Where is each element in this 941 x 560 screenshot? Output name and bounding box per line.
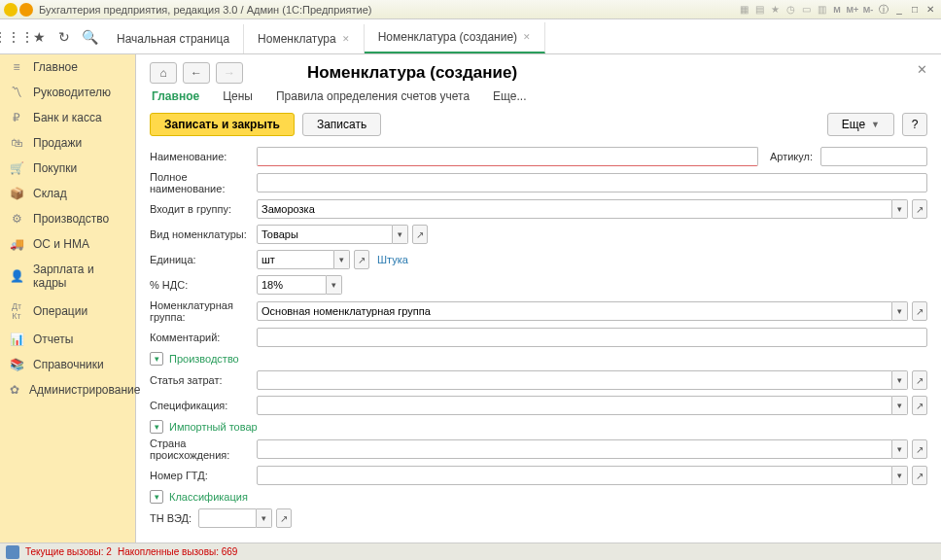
wc-info-icon[interactable]: ⓘ bbox=[877, 3, 890, 17]
wc-fav-icon[interactable]: ★ bbox=[768, 3, 782, 17]
sidebar-item-refs[interactable]: 📚Справочники bbox=[0, 352, 135, 377]
tab-close-icon[interactable]: ✕ bbox=[342, 34, 350, 44]
tab-nomenclature[interactable]: Номенклатура✕ bbox=[244, 24, 365, 53]
search-icon[interactable]: 🔍 bbox=[82, 29, 97, 45]
close-button[interactable]: ✕ bbox=[924, 3, 937, 17]
sidebar-item-admin[interactable]: ✿Администрирование bbox=[0, 377, 135, 402]
costitem-input[interactable] bbox=[257, 370, 892, 390]
article-input[interactable] bbox=[820, 147, 927, 166]
nomgroup-input[interactable] bbox=[257, 301, 892, 321]
open-ref-icon[interactable]: ↗ bbox=[412, 225, 428, 244]
wc-calc-icon[interactable]: ▭ bbox=[799, 3, 813, 17]
open-ref-icon[interactable]: ↗ bbox=[912, 301, 927, 321]
dropdown-icon[interactable]: ▾ bbox=[327, 275, 342, 295]
fullname-input[interactable] bbox=[257, 173, 927, 192]
sidebar-item-operations[interactable]: ДтКтОперации bbox=[0, 296, 135, 327]
wc-cal-icon[interactable]: ▥ bbox=[815, 3, 828, 17]
collapse-toggle[interactable]: ▾ bbox=[150, 490, 163, 504]
dropdown-icon[interactable]: ▾ bbox=[892, 370, 908, 390]
sidebar-item-main[interactable]: ≡Главное bbox=[0, 54, 135, 80]
box-icon: 📦 bbox=[10, 187, 23, 200]
sidebar-item-label: Производство bbox=[33, 212, 109, 226]
sidebar-item-manager[interactable]: 〽Руководителю bbox=[0, 80, 135, 105]
form-close-icon[interactable]: ✕ bbox=[917, 62, 927, 77]
chart-icon: 〽 bbox=[10, 86, 23, 99]
sidebar-item-assets[interactable]: 🚚ОС и НМА bbox=[0, 231, 135, 257]
open-ref-icon[interactable]: ↗ bbox=[912, 466, 927, 485]
tab-nomenclature-create[interactable]: Номенклатура (создание)✕ bbox=[365, 22, 545, 53]
status-calls: Текущие вызовы: 2 bbox=[25, 546, 112, 557]
sidebar-item-sales[interactable]: 🛍Продажи bbox=[0, 130, 135, 156]
unit-input[interactable] bbox=[257, 250, 334, 269]
dropdown-icon[interactable]: ▾ bbox=[257, 508, 272, 528]
maximize-button[interactable]: □ bbox=[908, 3, 922, 17]
open-ref-icon[interactable]: ↗ bbox=[912, 370, 927, 390]
section-import[interactable]: Импортный товар bbox=[169, 421, 258, 433]
status-acc: Накопленные вызовы: 669 bbox=[118, 546, 238, 557]
dropdown-icon[interactable]: ▾ bbox=[393, 225, 408, 244]
sidebar-item-salary[interactable]: 👤Зарплата и кадры bbox=[0, 257, 135, 296]
collapse-toggle[interactable]: ▾ bbox=[150, 352, 163, 366]
origin-input[interactable] bbox=[257, 439, 892, 459]
label-kind: Вид номенклатуры: bbox=[150, 228, 257, 240]
collapse-toggle[interactable]: ▾ bbox=[150, 420, 163, 434]
spec-input[interactable] bbox=[257, 396, 892, 415]
sidebar-item-stock[interactable]: 📦Склад bbox=[0, 181, 135, 206]
subtab-prices[interactable]: Цены bbox=[223, 89, 253, 103]
label-fullname: Полное наименование: bbox=[150, 171, 257, 194]
dropdown-icon[interactable]: ▾ bbox=[892, 466, 908, 485]
open-ref-icon[interactable]: ↗ bbox=[912, 396, 927, 415]
list-icon: ≡ bbox=[10, 60, 23, 74]
sidebar-item-production[interactable]: ⚙Производство bbox=[0, 206, 135, 231]
window-controls: ▦ ▤ ★ ◷ ▭ ▥ M M+ M- ⓘ _ □ ✕ bbox=[737, 3, 937, 17]
dropdown-icon[interactable]: ▾ bbox=[334, 250, 350, 269]
action-bar: Записать и закрыть Записать Еще▼ ? bbox=[150, 113, 927, 136]
dropdown-icon[interactable]: ▾ bbox=[892, 199, 908, 219]
star-icon[interactable]: ★ bbox=[31, 29, 47, 45]
wc-grid-icon[interactable]: ▤ bbox=[752, 3, 766, 17]
tnved-input[interactable] bbox=[198, 508, 257, 528]
quick-tools: ⋮⋮⋮ ★ ↻ 🔍 bbox=[0, 19, 103, 53]
sidebar-item-reports[interactable]: 📊Отчеты bbox=[0, 327, 135, 352]
name-input[interactable] bbox=[257, 147, 758, 166]
section-class[interactable]: Классификация bbox=[169, 491, 248, 503]
back-button[interactable]: ← bbox=[183, 62, 210, 84]
open-ref-icon[interactable]: ↗ bbox=[276, 508, 292, 528]
wc-mplus-icon[interactable]: M+ bbox=[846, 3, 859, 17]
truck-icon: 🚚 bbox=[10, 237, 23, 251]
sidebar-item-bank[interactable]: ₽Банк и касса bbox=[0, 105, 135, 130]
sidebar-item-purchases[interactable]: 🛒Покупки bbox=[0, 156, 135, 181]
apps-icon[interactable]: ⋮⋮⋮ bbox=[6, 29, 21, 45]
open-ref-icon[interactable]: ↗ bbox=[354, 250, 369, 269]
unit-link[interactable]: Штука bbox=[377, 254, 408, 265]
help-button[interactable]: ? bbox=[902, 113, 927, 136]
save-button[interactable]: Записать bbox=[302, 113, 381, 136]
tab-close-icon[interactable]: ✕ bbox=[523, 32, 531, 42]
subtab-rules[interactable]: Правила определения счетов учета bbox=[276, 89, 470, 103]
wc-mminus-icon[interactable]: M- bbox=[861, 3, 875, 17]
comment-input[interactable] bbox=[257, 328, 927, 347]
open-ref-icon[interactable]: ↗ bbox=[912, 199, 927, 219]
save-close-button[interactable]: Записать и закрыть bbox=[150, 113, 295, 136]
group-input[interactable] bbox=[257, 199, 892, 219]
main: ≡Главное 〽Руководителю ₽Банк и касса 🛍Пр… bbox=[0, 54, 941, 542]
tab-start[interactable]: Начальная страница bbox=[103, 24, 244, 53]
history-icon[interactable]: ↻ bbox=[56, 29, 72, 45]
open-ref-icon[interactable]: ↗ bbox=[912, 439, 927, 459]
dropdown-icon[interactable]: ▾ bbox=[892, 439, 908, 459]
more-button[interactable]: Еще▼ bbox=[827, 113, 894, 136]
section-production[interactable]: Производство bbox=[169, 353, 239, 365]
vat-input[interactable] bbox=[257, 275, 327, 295]
dropdown-icon[interactable]: ▾ bbox=[892, 396, 908, 415]
subtab-main[interactable]: Главное bbox=[152, 89, 199, 103]
home-button[interactable]: ⌂ bbox=[150, 62, 177, 84]
wc-print-icon[interactable]: ▦ bbox=[737, 3, 750, 17]
kind-input[interactable] bbox=[257, 225, 393, 244]
wc-clock-icon[interactable]: ◷ bbox=[784, 3, 797, 17]
minimize-button[interactable]: _ bbox=[892, 3, 906, 17]
subtab-more[interactable]: Еще... bbox=[493, 89, 526, 103]
forward-button[interactable]: → bbox=[216, 62, 243, 84]
gtd-input[interactable] bbox=[257, 466, 892, 485]
dropdown-icon[interactable]: ▾ bbox=[892, 301, 908, 321]
wc-m-icon[interactable]: M bbox=[830, 3, 844, 17]
